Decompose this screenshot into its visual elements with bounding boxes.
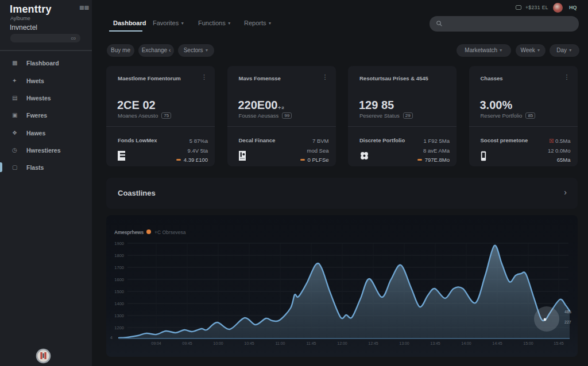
svg-text:14:45: 14:45 bbox=[492, 341, 502, 345]
svg-text:09:45: 09:45 bbox=[182, 341, 192, 345]
svg-text:1200: 1200 bbox=[114, 325, 124, 330]
svg-text:10:00: 10:00 bbox=[213, 341, 223, 345]
svg-text:09:04: 09:04 bbox=[151, 341, 161, 345]
svg-text:11:00: 11:00 bbox=[276, 341, 285, 345]
svg-text:1300: 1300 bbox=[114, 313, 124, 318]
svg-text:1400: 1400 bbox=[114, 301, 124, 306]
svg-text:227: 227 bbox=[564, 320, 571, 324]
svg-text:1900: 1900 bbox=[114, 241, 124, 246]
svg-text:12:45: 12:45 bbox=[368, 341, 378, 345]
svg-text:1600: 1600 bbox=[114, 277, 124, 282]
svg-text:1500: 1500 bbox=[114, 289, 124, 294]
svg-text:13:45: 13:45 bbox=[430, 341, 440, 345]
svg-text:14:00: 14:00 bbox=[461, 341, 471, 345]
svg-text:4Bs: 4Bs bbox=[564, 310, 572, 314]
svg-text:15:00: 15:00 bbox=[523, 341, 533, 345]
svg-text:12:00: 12:00 bbox=[337, 341, 347, 345]
svg-text:10:45: 10:45 bbox=[244, 341, 254, 345]
svg-text:1700: 1700 bbox=[114, 265, 124, 270]
svg-text:15:45: 15:45 bbox=[554, 341, 564, 345]
svg-text:4: 4 bbox=[110, 335, 113, 340]
svg-text:1800: 1800 bbox=[114, 253, 124, 258]
svg-text:13:00: 13:00 bbox=[399, 341, 409, 345]
svg-text:11:45: 11:45 bbox=[307, 341, 316, 345]
